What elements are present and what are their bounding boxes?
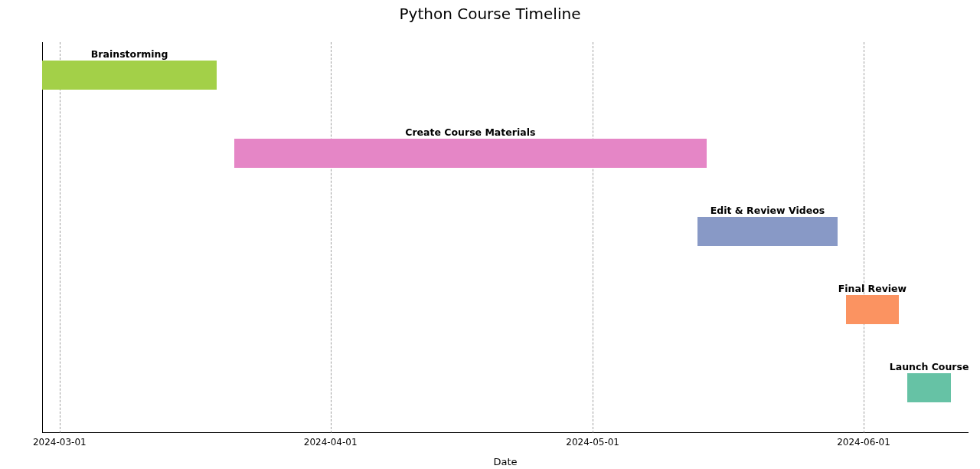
x-axis-label: Date [42, 456, 969, 467]
x-gridline [593, 42, 593, 433]
gantt-bar [907, 373, 951, 402]
chart-title: Python Course Timeline [0, 5, 980, 23]
x-gridline [60, 42, 60, 433]
gantt-bar-label: Edit & Review Videos [710, 205, 825, 216]
x-tick-label: 2024-05-01 [566, 437, 619, 448]
gantt-bar-label: Brainstorming [91, 48, 168, 60]
y-axis-spine [42, 42, 43, 433]
x-gridline [331, 42, 332, 433]
x-axis-spine [42, 432, 969, 433]
gantt-bar-label: Launch Course [890, 361, 969, 372]
gantt-bar [846, 295, 898, 324]
x-tick-label: 2024-03-01 [33, 437, 87, 448]
gantt-bar-label: Create Course Materials [405, 126, 535, 138]
x-gridline [864, 42, 864, 433]
gantt-bar-label: Final Review [838, 283, 906, 294]
gantt-chart: Python Course Timeline Date 2024-03-0120… [0, 0, 980, 469]
x-tick-label: 2024-06-01 [837, 437, 890, 448]
gantt-bar [234, 139, 706, 168]
plot-area: Date 2024-03-012024-04-012024-05-012024-… [42, 42, 969, 433]
gantt-bar [42, 61, 217, 90]
gantt-bar [697, 217, 838, 246]
x-tick-label: 2024-04-01 [304, 437, 358, 448]
